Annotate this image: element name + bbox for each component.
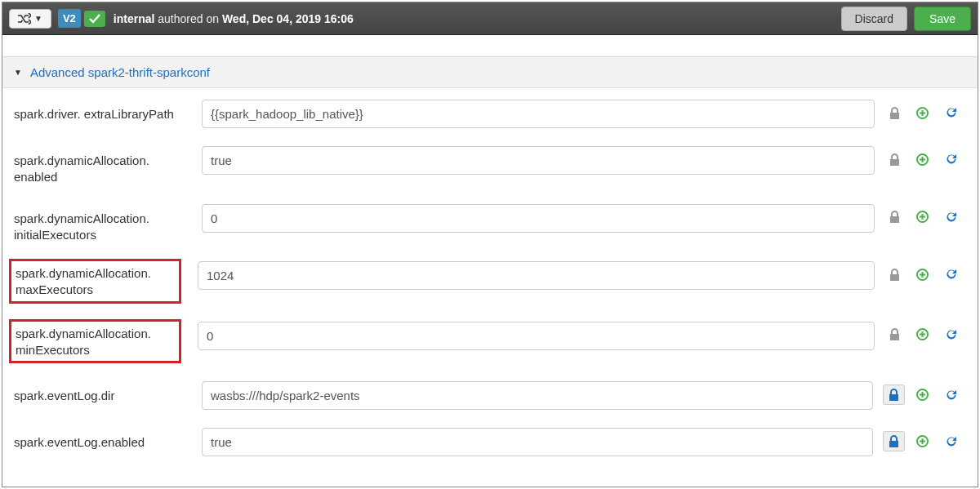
property-actions bbox=[875, 100, 969, 119]
add-icon[interactable] bbox=[916, 153, 929, 166]
property-actions bbox=[873, 428, 969, 448]
add-icon[interactable] bbox=[916, 269, 929, 281]
topbar: ▼ V2 internal authored on Wed, Dec 04, 2… bbox=[2, 2, 978, 35]
checkmark-icon bbox=[89, 14, 100, 24]
refresh-icon[interactable] bbox=[945, 153, 958, 166]
property-input[interactable] bbox=[198, 322, 875, 350]
properties-list: spark.driver. extraLibraryPathspark.dyna… bbox=[2, 88, 978, 456]
author-user: internal bbox=[114, 12, 155, 25]
property-row: spark.driver. extraLibraryPath bbox=[14, 100, 969, 128]
refresh-icon[interactable] bbox=[945, 106, 958, 119]
author-verb: authored on bbox=[158, 12, 219, 25]
property-row: spark.dynamicAllocation. maxExecutors bbox=[14, 261, 969, 304]
property-row: spark.eventLog.enabled bbox=[14, 428, 969, 456]
lock-icon[interactable] bbox=[883, 431, 905, 451]
property-label: spark.dynamicAllocation. enabled bbox=[14, 146, 185, 186]
property-input[interactable] bbox=[202, 204, 875, 233]
lock-icon[interactable] bbox=[889, 328, 900, 340]
lock-icon[interactable] bbox=[883, 385, 905, 405]
add-icon[interactable] bbox=[916, 328, 929, 340]
property-label: spark.dynamicAllocation. minExecutors bbox=[9, 319, 181, 364]
property-actions bbox=[875, 322, 969, 341]
property-label: spark.driver. extraLibraryPath bbox=[14, 100, 185, 122]
property-input[interactable] bbox=[202, 100, 875, 128]
refresh-icon[interactable] bbox=[945, 389, 958, 402]
add-icon[interactable] bbox=[916, 211, 929, 223]
property-row: spark.dynamicAllocation. enabled bbox=[14, 146, 969, 186]
property-actions bbox=[875, 204, 969, 224]
author-info: internal authored on Wed, Dec 04, 2019 1… bbox=[114, 12, 354, 25]
add-icon[interactable] bbox=[916, 389, 929, 401]
add-icon[interactable] bbox=[916, 107, 929, 119]
property-input[interactable] bbox=[202, 428, 873, 456]
discard-button[interactable]: Discard bbox=[841, 7, 907, 31]
section-header[interactable]: ▼ Advanced spark2-thrift-sparkconf bbox=[2, 56, 978, 88]
compare-versions-button[interactable]: ▼ bbox=[9, 9, 51, 29]
property-row: spark.dynamicAllocation. minExecutors bbox=[14, 322, 969, 364]
lock-icon[interactable] bbox=[889, 153, 900, 166]
refresh-icon[interactable] bbox=[945, 211, 958, 224]
property-actions bbox=[873, 381, 969, 402]
property-label: spark.eventLog.dir bbox=[14, 381, 185, 404]
property-label: spark.eventLog.enabled bbox=[14, 428, 185, 451]
refresh-icon[interactable] bbox=[945, 328, 958, 341]
lock-icon[interactable] bbox=[889, 269, 900, 281]
property-row: spark.eventLog.dir bbox=[14, 381, 969, 410]
add-icon[interactable] bbox=[916, 435, 929, 447]
version-badge[interactable]: V2 bbox=[58, 9, 81, 28]
shuffle-icon bbox=[18, 13, 31, 24]
property-input[interactable] bbox=[198, 261, 875, 290]
collapse-caret-icon[interactable]: ▼ bbox=[14, 68, 22, 77]
property-row: spark.dynamicAllocation. initialExecutor… bbox=[14, 204, 969, 244]
property-input[interactable] bbox=[202, 381, 873, 410]
lock-icon[interactable] bbox=[889, 211, 900, 223]
caret-down-icon: ▼ bbox=[34, 14, 42, 23]
author-date: Wed, Dec 04, 2019 16:06 bbox=[222, 12, 354, 25]
refresh-icon[interactable] bbox=[945, 435, 958, 448]
property-actions bbox=[875, 261, 969, 281]
check-badge[interactable] bbox=[84, 11, 105, 27]
property-label: spark.dynamicAllocation. maxExecutors bbox=[9, 259, 181, 304]
property-label: spark.dynamicAllocation. initialExecutor… bbox=[14, 204, 185, 244]
save-button[interactable]: Save bbox=[914, 7, 971, 31]
property-input[interactable] bbox=[202, 146, 875, 175]
section-title[interactable]: Advanced spark2-thrift-sparkconf bbox=[30, 65, 210, 79]
property-actions bbox=[875, 146, 969, 166]
lock-icon[interactable] bbox=[889, 107, 900, 119]
refresh-icon[interactable] bbox=[945, 268, 958, 281]
